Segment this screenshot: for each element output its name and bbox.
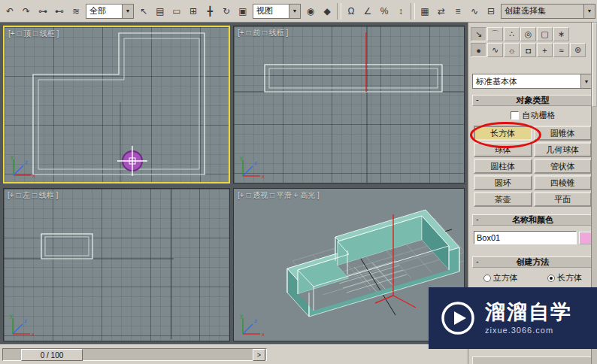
rollout-hidden-2[interactable] xyxy=(472,356,593,364)
selection-filter-value: 全部 xyxy=(86,5,122,17)
chevron-down-icon: ▼ xyxy=(583,5,595,18)
radio-icon xyxy=(483,275,491,282)
subtab-helpers[interactable]: + xyxy=(537,43,553,57)
select-and-rotate-icon[interactable]: ↻ xyxy=(218,2,235,20)
tab-create[interactable]: ↘ xyxy=(471,27,486,41)
select-and-scale-icon[interactable]: ▣ xyxy=(235,2,251,20)
select-object-icon[interactable]: ↖ xyxy=(135,2,152,20)
object-type-button-1[interactable]: 圆锥体 xyxy=(534,126,592,141)
panel-scrollbar-thumb[interactable] xyxy=(592,23,597,107)
object-color-swatch[interactable] xyxy=(579,232,592,244)
viewport-top-label[interactable]: [+ □ 顶 □ 线框 ] xyxy=(8,29,59,39)
selection-filter-dropdown[interactable]: 全部 ▼ xyxy=(86,4,134,19)
object-type-button-6[interactable]: 圆环 xyxy=(474,175,532,190)
svg-text:y: y xyxy=(10,313,13,319)
collapse-icon: - xyxy=(476,214,479,223)
primitive-category-dropdown[interactable]: 标准基本体 ▼ xyxy=(472,74,592,89)
tab-display[interactable]: ▢ xyxy=(537,27,553,41)
subtab-systems[interactable]: ⊛ xyxy=(570,43,586,57)
radio-label: 立方体 xyxy=(493,272,518,284)
create-subcategory-tabs: ●∿☼◘+≈⊛ xyxy=(471,43,588,57)
unlink-selection-icon[interactable]: ⊷ xyxy=(51,2,68,20)
redo-icon[interactable]: ↷ xyxy=(18,2,35,20)
subtab-space-warps[interactable]: ≈ xyxy=(553,43,569,57)
named-selection-value: 创建选择集 xyxy=(502,5,583,17)
rollout-object-type[interactable]: - 对象类型 xyxy=(472,95,593,106)
mirror-icon[interactable]: ⇄ xyxy=(433,2,450,20)
edit-named-selections-icon[interactable]: ▦ xyxy=(417,2,433,20)
angle-snap-icon[interactable]: ∠ xyxy=(359,2,376,20)
watermark: 溜溜自学 zixue.3066.com xyxy=(429,287,597,349)
tab-utilities[interactable]: ∗ xyxy=(553,27,569,41)
rollout-name-color-title: 名称和颜色 xyxy=(512,214,553,226)
time-slider-bar: 0 / 100 > xyxy=(0,344,468,364)
left-view-wireframe xyxy=(4,189,228,339)
use-pivot-center-icon[interactable]: ◉ xyxy=(302,2,319,20)
subtab-shapes[interactable]: ∿ xyxy=(487,43,503,57)
tab-motion[interactable]: ◎ xyxy=(520,27,536,41)
object-type-button-7[interactable]: 四棱锥 xyxy=(534,175,592,190)
tab-hierarchy[interactable]: ∴ xyxy=(504,27,520,41)
percent-snap-icon[interactable]: % xyxy=(376,2,392,20)
svg-text:x: x xyxy=(262,173,265,180)
named-selection-sets-combo[interactable]: 创建选择集 ▼ xyxy=(501,4,595,19)
svg-text:z: z xyxy=(254,159,257,166)
axis-tripod: x y z xyxy=(237,155,267,180)
bind-to-space-warp-icon[interactable]: ≋ xyxy=(68,2,84,20)
schematic-view-icon[interactable]: ⊟ xyxy=(483,2,499,20)
window-crossing-icon[interactable]: ⊞ xyxy=(185,2,202,20)
viewport-left[interactable]: [+ □ 左 □ 线框 ] x y z xyxy=(3,188,230,341)
svg-text:z: z xyxy=(24,317,27,324)
object-type-button-9[interactable]: 平面 xyxy=(534,192,592,207)
rollout-name-color[interactable]: - 名称和颜色 xyxy=(472,214,593,226)
rollout-creation-method[interactable]: - 创建方法 xyxy=(472,256,593,268)
subtab-lights[interactable]: ☼ xyxy=(504,43,520,57)
object-type-button-5[interactable]: 管状体 xyxy=(534,159,592,174)
creation-method-option-0[interactable]: 立方体 xyxy=(483,272,518,284)
tab-modify[interactable]: ⌒ xyxy=(487,27,503,41)
undo-icon[interactable]: ↶ xyxy=(2,2,18,20)
creation-method-option-1[interactable]: 长方体 xyxy=(547,272,582,284)
primitive-category-value: 标准基本体 xyxy=(473,76,580,87)
select-and-link-icon[interactable]: ⊶ xyxy=(35,2,51,20)
select-and-move-icon[interactable]: ╋ xyxy=(202,2,218,20)
chevron-down-icon: ▼ xyxy=(580,74,592,88)
collapse-icon: - xyxy=(476,95,479,104)
viewport-perspective-label[interactable]: [+ □ 透视 □ 平滑 + 高光 ] xyxy=(238,190,320,201)
main-toolbar: ↶↷⊶⊷≋ 全部 ▼ ↖▤▭⊞ ╋↻▣ 视图 ▼ ◉◆ Ω∠%↕ ▦⇄≡∿⊟ 创… xyxy=(0,0,597,23)
time-slider-track[interactable]: 0 / 100 > xyxy=(2,348,267,361)
subtab-cameras[interactable]: ◘ xyxy=(520,43,536,57)
rectangular-selection-region-icon[interactable]: ▭ xyxy=(168,2,185,20)
select-by-name-icon[interactable]: ▤ xyxy=(152,2,168,20)
viewport-front[interactable]: [+ □ 前 □ 线框 ] x y z xyxy=(233,26,465,184)
svg-text:y: y xyxy=(240,313,243,319)
select-and-manipulate-icon[interactable]: ◆ xyxy=(319,2,335,20)
snap-toggle-icon[interactable]: Ω xyxy=(343,2,359,20)
viewport-top[interactable]: [+ □ 顶 □ 线框 ] x y z xyxy=(3,26,230,184)
svg-text:y: y xyxy=(11,154,14,160)
svg-text:x: x xyxy=(32,172,35,179)
svg-text:x: x xyxy=(262,331,265,338)
next-frame-button[interactable]: > xyxy=(253,349,265,361)
radio-label: 长方体 xyxy=(557,272,582,284)
frame-counter: 0 / 100 xyxy=(41,351,64,359)
radio-icon xyxy=(547,275,555,282)
object-type-button-0[interactable]: 长方体 xyxy=(474,126,532,141)
svg-text:z: z xyxy=(25,159,28,165)
object-name-input[interactable] xyxy=(474,231,577,244)
spinner-snap-icon[interactable]: ↕ xyxy=(392,2,409,20)
time-slider-handle[interactable]: 0 / 100 xyxy=(21,349,83,361)
object-type-grid: 长方体圆锥体球体几何球体圆柱体管状体圆环四棱锥茶壶平面 xyxy=(474,126,592,207)
object-type-button-8[interactable]: 茶壶 xyxy=(474,192,532,207)
curve-editor-icon[interactable]: ∿ xyxy=(466,2,483,20)
object-type-button-4[interactable]: 圆柱体 xyxy=(474,159,532,174)
viewport-left-label[interactable]: [+ □ 左 □ 线框 ] xyxy=(8,190,58,201)
command-panel-tabs: ↘⌒∴◎▢∗ xyxy=(471,27,588,41)
object-type-button-2[interactable]: 球体 xyxy=(474,142,532,157)
viewport-front-label[interactable]: [+ □ 前 □ 线框 ] xyxy=(238,28,288,38)
object-type-button-3[interactable]: 几何球体 xyxy=(534,142,592,157)
align-icon[interactable]: ≡ xyxy=(450,2,466,20)
subtab-geometry[interactable]: ● xyxy=(471,43,486,57)
autogrid-checkbox[interactable] xyxy=(511,111,519,120)
coordinate-system-dropdown[interactable]: 视图 ▼ xyxy=(253,4,301,19)
